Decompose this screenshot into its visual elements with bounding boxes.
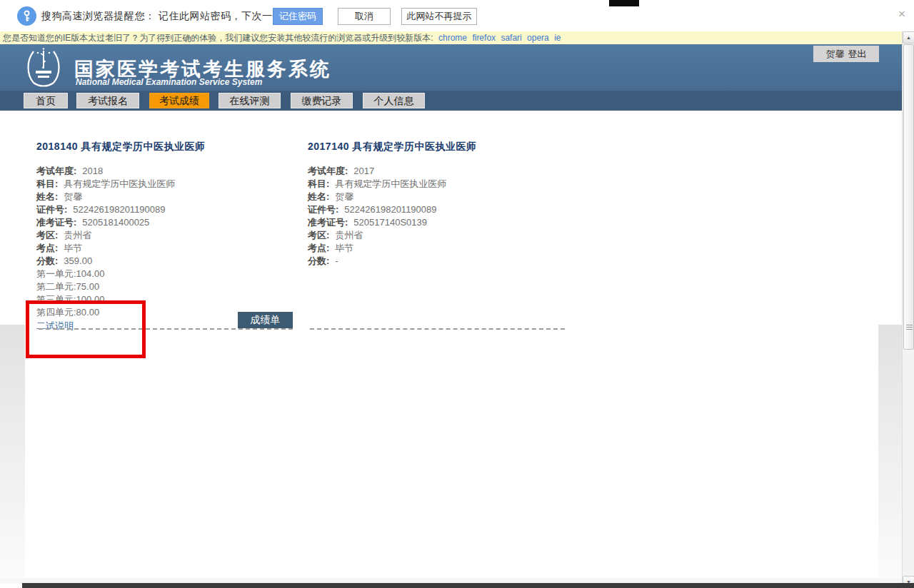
field-row: 考点:毕节 (36, 242, 302, 255)
field-row: 姓名:贺馨 (308, 191, 573, 203)
field-value: 2017 (353, 166, 374, 176)
tab-home[interactable]: 首页 (24, 93, 68, 108)
field-label: 考区: (36, 230, 58, 240)
field-row: 考试年度:2018 (36, 165, 302, 178)
field-label: 准考证号: (36, 217, 76, 228)
scroll-up-icon[interactable]: ▲ (903, 31, 914, 44)
field-label: 考点: (308, 243, 329, 253)
field-value: 贵州省 (64, 230, 91, 240)
field-row: 考点:毕节 (308, 242, 573, 255)
field-label: 证件号: (36, 204, 67, 215)
bottom-dark-bar (22, 583, 914, 588)
field-value: 毕节 (64, 243, 82, 253)
field-row: 科目:具有规定学历中医执业医师 (308, 178, 573, 191)
field-value: - (335, 255, 338, 266)
field-label: 考区: (308, 230, 329, 240)
card-separator (310, 328, 565, 330)
user-name: 贺馨 (826, 48, 845, 61)
key-icon-glyph (21, 10, 32, 22)
field-label: 姓名: (308, 191, 329, 202)
unit-score: 第一单元:104.00 (36, 268, 302, 280)
ie-warning-message: 您是否知道您的IE版本太过老旧了？为了得到正确的体验，我们建议您安装其他较流行的… (3, 33, 433, 43)
close-icon[interactable]: × (898, 8, 905, 20)
field-row: 分数:- (308, 255, 573, 268)
result-title: 2017140 具有规定学历中医执业医师 (308, 141, 573, 153)
link-opera[interactable]: opera (527, 33, 549, 43)
field-row: 考区:贵州省 (36, 229, 302, 242)
field-row: 科目:具有规定学历中医执业医师 (36, 178, 302, 191)
result-card-2017: 2017140 具有规定学历中医执业医师 考试年度:2017 科目:具有规定学历… (308, 141, 573, 268)
tab-exam-scores[interactable]: 考试成绩 (149, 93, 209, 108)
field-row: 准考证号:5205181400025 (36, 216, 302, 229)
score-report-button[interactable]: 成绩单 (238, 312, 293, 328)
field-value: 5205181400025 (82, 217, 149, 228)
field-label: 姓名: (36, 191, 58, 202)
field-row: 考试年度:2017 (308, 165, 573, 178)
right-margin (878, 325, 902, 579)
scrollbar-grip (906, 325, 913, 330)
field-label: 考试年度: (36, 166, 76, 176)
field-value: 贵州省 (335, 230, 363, 240)
field-label: 考点: (36, 243, 58, 253)
field-row: 证件号:522426198201190089 (308, 203, 573, 216)
field-label: 科目: (36, 178, 58, 189)
result-card-2018: 2018140 具有规定学历中医执业医师 考试年度:2018 科目:具有规定学历… (36, 141, 302, 333)
field-value: 贺馨 (335, 191, 353, 202)
field-row: 准考证号:520517140S0139 (308, 216, 573, 229)
field-value: 具有规定学历中医执业医师 (335, 178, 446, 189)
nmec-emblem-icon (24, 47, 64, 88)
tab-online-test[interactable]: 在线评测 (219, 93, 281, 108)
remember-password-button[interactable]: 记住密码 (273, 8, 323, 25)
link-safari[interactable]: safari (501, 33, 521, 43)
field-label: 准考证号: (308, 217, 348, 228)
field-value: 520517140S0139 (353, 217, 427, 228)
link-firefox[interactable]: firefox (472, 33, 496, 43)
field-value: 2018 (82, 166, 103, 176)
field-label: 分数: (308, 255, 329, 266)
ie-version-warning-bar: 您是否知道您的IE版本太过老旧了？为了得到正确的体验，我们建议您安装其他较流行的… (0, 31, 902, 44)
field-label: 科目: (308, 178, 329, 189)
scrollbar-thumb[interactable] (903, 44, 914, 350)
site-header: 国家医学考试考生服务系统 National Medical Examinatio… (0, 44, 914, 91)
unit-score: 第三单元:100.00 (36, 293, 302, 306)
field-row: 姓名:贺馨 (36, 191, 302, 203)
cancel-button[interactable]: 取消 (338, 8, 391, 25)
main-nav: 首页 考试报名 考试成绩 在线评测 缴费记录 个人信息 (0, 91, 914, 111)
field-value: 522426198201190089 (73, 204, 165, 215)
field-value: 贺馨 (64, 191, 82, 202)
retest-info-link[interactable]: 二试说明 (36, 320, 74, 333)
link-chrome[interactable]: chrome (438, 33, 467, 43)
tab-personal-info[interactable]: 个人信息 (363, 93, 425, 108)
left-margin (0, 325, 25, 579)
field-row: 分数:359.00 (36, 255, 302, 268)
never-remind-button[interactable]: 此网站不再提示 (401, 8, 477, 25)
field-label: 证件号: (308, 204, 338, 215)
field-value: 毕节 (335, 243, 353, 253)
tab-payment-record[interactable]: 缴费记录 (291, 93, 353, 108)
card-separator (39, 328, 293, 330)
unit-score: 第二单元:75.00 (36, 280, 302, 293)
logout-link[interactable]: 登出 (848, 48, 867, 61)
browser-chrome-artifact (609, 0, 639, 6)
site-subtitle: National Medical Examination Service Sys… (76, 77, 262, 87)
field-label: 考试年度: (308, 166, 348, 176)
field-value: 522426198201190089 (344, 204, 436, 215)
link-ie[interactable]: ie (554, 33, 561, 43)
tab-registration[interactable]: 考试报名 (76, 93, 139, 108)
vertical-scrollbar[interactable]: ▲ ▼ (902, 31, 914, 588)
user-session-box[interactable]: 贺馨 登出 (813, 46, 879, 62)
field-value: 具有规定学历中医执业医师 (64, 178, 175, 189)
field-row: 证件号:522426198201190089 (36, 203, 302, 216)
key-icon (17, 6, 36, 26)
field-value: 359.00 (64, 255, 92, 266)
nmec-logo (24, 47, 64, 91)
result-title: 2018140 具有规定学历中医执业医师 (36, 141, 302, 153)
field-label: 分数: (36, 255, 58, 266)
browser-password-bar: 搜狗高速浏览器提醒您： 记住此网站密码，下次一键登录！ 记住密码 取消 此网站不… (0, 0, 914, 31)
field-row: 考区:贵州省 (308, 229, 573, 242)
